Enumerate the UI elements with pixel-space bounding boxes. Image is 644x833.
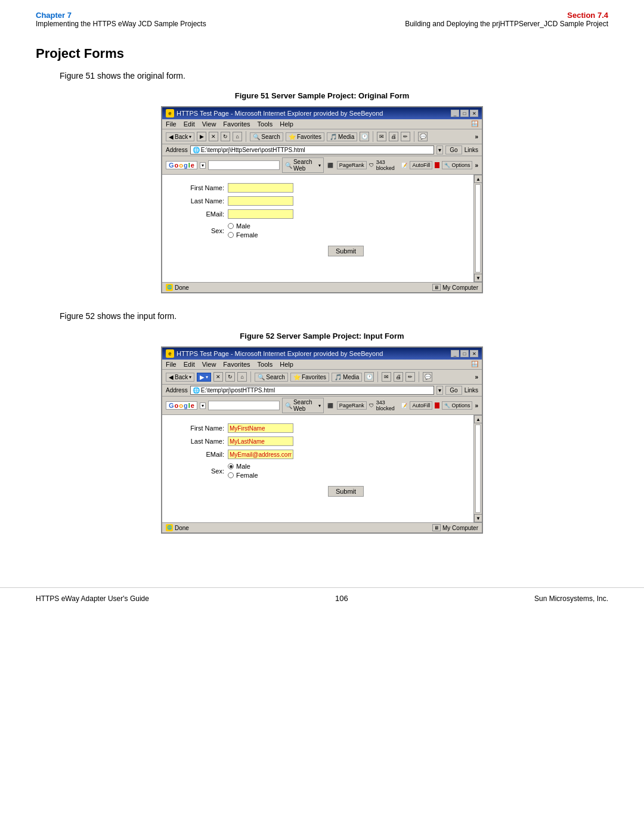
google-search-btn-2[interactable]: 🔍 Search Web ▾ [282, 398, 324, 413]
home-btn-2[interactable]: ⌂ [237, 372, 247, 382]
lastname-input-2[interactable] [228, 436, 293, 446]
toolbar-more-2[interactable]: » [475, 374, 478, 380]
stop-btn-2[interactable]: ✕ [213, 372, 223, 382]
google-dropdown-arrow[interactable]: ▾ [200, 162, 206, 169]
scroll-down[interactable]: ▼ [474, 274, 482, 282]
submit-btn[interactable]: Submit [328, 246, 364, 256]
menu-help[interactable]: Help [280, 120, 293, 128]
scroll-down-2[interactable]: ▼ [474, 514, 482, 522]
print-btn-2[interactable]: 🖨 [394, 372, 403, 382]
messenger-btn-2[interactable]: 💬 [423, 372, 432, 382]
status-right: 🖥 My Computer [432, 284, 478, 291]
menu-file-2[interactable]: File [166, 361, 177, 368]
address-url: E:\temp\prj\HttpServer\postHTTPS.html [201, 147, 305, 153]
radio-female[interactable] [228, 232, 234, 238]
history-btn-2[interactable]: 🕐 [364, 372, 374, 382]
radio-male[interactable] [228, 223, 234, 229]
edit-btn-2[interactable]: ✏ [405, 372, 415, 382]
submit-btn-2[interactable]: Submit [328, 486, 364, 497]
minimize-btn[interactable]: _ [451, 110, 459, 117]
email-label: EMail: [186, 210, 228, 218]
google-more[interactable]: » [475, 162, 478, 169]
browser-statusbar-2: 🌐 Done 🖥 My Computer [162, 522, 482, 532]
titlebar-controls-2[interactable]: _ □ ✕ [451, 350, 478, 357]
google-more-2[interactable]: » [475, 402, 478, 409]
titlebar-controls[interactable]: _ □ ✕ [451, 110, 478, 117]
close-btn-2[interactable]: ✕ [470, 350, 478, 357]
media-btn-2[interactable]: 🎵 Media [332, 373, 362, 382]
firstname-input[interactable] [228, 183, 293, 193]
browser-body-wrapper: First Name: Last Name: EMail: Sex: [162, 175, 482, 282]
scrollbar[interactable]: ▲ ▼ [473, 175, 482, 282]
menu-tools[interactable]: Tools [258, 120, 273, 128]
addr-dropdown[interactable]: ▾ [436, 145, 443, 154]
options-icon: 🔧 [444, 163, 450, 168]
forward-btn[interactable]: ▶ [197, 132, 206, 141]
stop-btn[interactable]: ✕ [209, 132, 218, 141]
menu-tools-2[interactable]: Tools [258, 361, 273, 368]
form-row-sex-2: Sex: Male Female [186, 463, 470, 479]
maximize-btn[interactable]: □ [460, 110, 469, 117]
lastname-input[interactable] [228, 196, 293, 206]
close-btn[interactable]: ✕ [470, 110, 478, 117]
addr-dropdown-2[interactable]: ▾ [436, 386, 443, 395]
menu-favorites[interactable]: Favorites [223, 120, 250, 128]
options-label-2: Options [451, 402, 470, 408]
refresh-btn-2[interactable]: ↻ [225, 372, 235, 382]
back-btn-2[interactable]: ◀ Back ▾ [166, 373, 194, 382]
google-search-input[interactable] [208, 160, 280, 170]
minimize-btn-2[interactable]: _ [451, 350, 459, 357]
address-bar[interactable]: 🌐 E:\temp\prj\HttpServer\postHTTPS.html [190, 145, 435, 154]
go-btn[interactable]: Go [445, 145, 462, 154]
messenger-btn[interactable]: 💬 [418, 132, 428, 141]
firstname-input-2[interactable] [228, 423, 293, 433]
menu-favorites-2[interactable]: Favorites [223, 361, 250, 368]
search-btn[interactable]: 🔍 Search [250, 132, 283, 141]
radio-female-2[interactable] [228, 472, 234, 478]
menu-edit[interactable]: Edit [184, 120, 195, 128]
menu-help-2[interactable]: Help [280, 361, 293, 368]
links-label: Links [465, 147, 478, 153]
search-btn-2[interactable]: 🔍 Search [255, 373, 288, 382]
maximize-btn-2[interactable]: □ [460, 350, 469, 357]
options-btn[interactable]: 🔧 Options [442, 161, 472, 169]
favorites-btn-2[interactable]: ⭐ Favorites [290, 373, 329, 382]
scroll-thumb[interactable] [475, 184, 481, 272]
options-btn-2[interactable]: 🔧 Options [442, 401, 472, 410]
scroll-up[interactable]: ▲ [474, 175, 482, 183]
home-btn[interactable]: ⌂ [233, 132, 242, 141]
menu-edit-2[interactable]: Edit [184, 361, 195, 368]
favorites-btn[interactable]: ⭐ Favorites [286, 132, 324, 141]
forward-btn-2[interactable]: ▶ ▾ [197, 373, 211, 382]
print-btn[interactable]: 🖨 [389, 132, 398, 141]
scroll-thumb-2[interactable] [475, 425, 481, 513]
mail-btn-2[interactable]: ✉ [382, 372, 391, 382]
mail-btn[interactable]: ✉ [377, 132, 386, 141]
radio-male-2[interactable] [228, 463, 234, 469]
menu-view[interactable]: View [202, 120, 216, 128]
go-btn-2[interactable]: Go [445, 386, 462, 395]
scroll-up-2[interactable]: ▲ [474, 415, 482, 423]
media-btn[interactable]: 🎵 Media [327, 132, 357, 141]
toolbar-more[interactable]: » [475, 134, 478, 140]
email-input-2[interactable] [228, 450, 293, 459]
status-page-icon-2: 🌐 [166, 524, 173, 531]
email-input[interactable] [228, 209, 293, 219]
back-label-2: Back [175, 374, 188, 380]
address-bar-2[interactable]: 🌐 E:\temp\prj\postHTTPS.html [190, 386, 435, 395]
form-row-sex: Sex: Male Female [186, 222, 470, 239]
favorites-label-2: Favorites [302, 374, 326, 380]
menu-view-2[interactable]: View [202, 361, 216, 368]
history-btn[interactable]: 🕐 [360, 132, 369, 141]
menu-file[interactable]: File [166, 120, 177, 128]
refresh-btn[interactable]: ↻ [221, 132, 230, 141]
google-dropdown-arrow-2[interactable]: ▾ [200, 402, 206, 409]
edit-btn[interactable]: ✏ [401, 132, 410, 141]
figure52-caption-text: Server Sample Project: Input Form [277, 332, 404, 340]
footer-right: Sun Microsystems, Inc. [534, 594, 608, 603]
google-search-input-2[interactable] [208, 401, 280, 410]
google-search-btn[interactable]: 🔍 Search Web ▾ [282, 157, 324, 173]
scrollbar-2[interactable]: ▲ ▼ [473, 415, 482, 522]
back-btn[interactable]: ◀ Back ▾ [166, 132, 194, 141]
media-label: Media [338, 134, 354, 140]
